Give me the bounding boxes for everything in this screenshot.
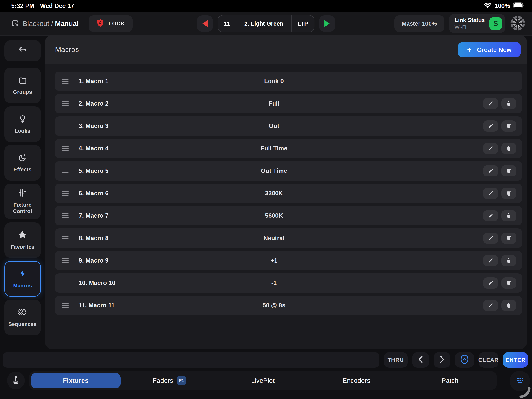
drag-handle-icon[interactable] (62, 79, 70, 83)
macro-value: Full (74, 100, 474, 107)
status-bar: 5:32 PM Wed Dec 17 100% (0, 0, 532, 12)
master-button[interactable]: Master 100% (394, 15, 444, 32)
collapse-keypad-button[interactable] (455, 352, 474, 368)
edit-button[interactable] (483, 98, 498, 109)
delete-button[interactable] (501, 165, 516, 177)
edit-button[interactable] (483, 255, 498, 266)
wifi-icon (484, 2, 492, 10)
sidebar-item-fixture-control[interactable]: Fixture Control (4, 184, 41, 219)
thru-button[interactable]: THRU (384, 352, 407, 368)
edit-button[interactable] (483, 188, 498, 199)
edit-button[interactable] (483, 300, 498, 311)
macro-row[interactable]: 6. Macro 6 3200K (55, 184, 522, 203)
joystick-button[interactable] (7, 372, 25, 389)
corner-handle-icon[interactable] (519, 387, 531, 399)
create-new-label: Create New (477, 46, 512, 53)
drag-handle-icon[interactable] (62, 236, 70, 241)
delete-button[interactable] (501, 98, 516, 109)
drag-handle-icon[interactable] (62, 101, 70, 106)
drag-handle-icon[interactable] (62, 258, 70, 263)
status-time: 5:32 PM (11, 2, 34, 9)
link-status-tile[interactable]: Link Status Wi-Fi S (449, 14, 505, 33)
link-status-title: Link Status (455, 17, 485, 23)
breadcrumb-page: Manual (55, 20, 79, 27)
tab-faders[interactable]: Faders P1 (123, 371, 216, 390)
edit-button[interactable] (483, 165, 498, 177)
edit-button[interactable] (483, 120, 498, 132)
drag-handle-icon[interactable] (62, 146, 70, 151)
sidebar-item-sequences[interactable]: Sequences (4, 300, 41, 335)
drag-handle-icon[interactable] (62, 213, 70, 218)
drag-handle-icon[interactable] (62, 124, 70, 128)
cue-mode[interactable]: LTP (292, 15, 314, 32)
keypad-icon (515, 376, 524, 386)
fixture-head-icon[interactable] (510, 15, 526, 32)
undo-icon (18, 46, 28, 56)
macro-row[interactable]: 5. Macro 5 Out Time (55, 161, 522, 181)
cue-display[interactable]: 11 2. Light Green LTP (218, 15, 314, 32)
cue-number[interactable]: 11 (218, 15, 236, 32)
drag-handle-icon[interactable] (62, 169, 70, 173)
tab-patch[interactable]: Patch (403, 371, 497, 390)
cue-prev-button[interactable] (197, 15, 213, 32)
delete-button[interactable] (501, 255, 516, 266)
drag-handle-icon[interactable] (62, 281, 70, 285)
cue-next-button[interactable] (319, 15, 335, 32)
chevron-right-icon (440, 356, 445, 364)
edit-button[interactable] (483, 277, 498, 289)
tab-fixtures[interactable]: Fixtures (29, 371, 123, 390)
next-button[interactable] (434, 352, 450, 368)
delete-button[interactable] (501, 277, 516, 289)
page-badge: P1 (177, 376, 186, 385)
clear-button[interactable]: CLEAR (479, 352, 498, 368)
create-new-button[interactable]: + Create New (458, 42, 521, 57)
cue-name[interactable]: 2. Light Green (236, 15, 292, 32)
delete-button[interactable] (501, 233, 516, 244)
macro-row[interactable]: 8. Macro 8 Neutral (55, 228, 522, 248)
sidebar-item-label: Macros (12, 283, 33, 289)
drag-handle-icon[interactable] (62, 303, 70, 308)
sidebar-item-label: Effects (12, 166, 33, 173)
tab-liveplot[interactable]: LivePlot (216, 371, 310, 390)
sidebar-item-effects[interactable]: Effects (4, 145, 41, 181)
delete-button[interactable] (501, 210, 516, 221)
delete-button[interactable] (501, 143, 516, 154)
delete-button[interactable] (501, 120, 516, 132)
bolt-icon (18, 269, 27, 279)
macro-row[interactable]: 10. Macro 10 -1 (55, 273, 522, 293)
sidebar-item-favorites[interactable]: Favorites (4, 222, 41, 258)
delete-button[interactable] (501, 300, 516, 311)
bottom-nav: Fixtures Faders P1 LivePlot Encoders Pat… (29, 371, 497, 390)
macro-row[interactable]: 4. Macro 4 Full Time (55, 139, 522, 158)
bottom-nav-tab-label: LivePlot (251, 377, 274, 384)
lock-button[interactable]: LOCK (89, 15, 133, 32)
chevron-left-icon (418, 356, 423, 364)
lock-label: LOCK (108, 20, 125, 27)
back-button[interactable] (4, 40, 41, 62)
prev-button[interactable] (412, 352, 429, 368)
macro-row[interactable]: 11. Macro 11 50 @ 8s (55, 296, 522, 315)
macro-value: 3200K (74, 190, 474, 197)
sidebar-item-macros[interactable]: Macros (4, 261, 41, 297)
macro-row[interactable]: 1. Macro 1 Look 0 (55, 71, 522, 91)
macro-row[interactable]: 3. Macro 3 Out (55, 116, 522, 136)
delete-button[interactable] (501, 188, 516, 199)
sidebar-item-groups[interactable]: Groups (4, 68, 41, 103)
sidebar-item-looks[interactable]: Looks (4, 106, 41, 142)
bottom-nav-tab-label: Faders (153, 377, 173, 384)
bottom-nav-tab-label: Encoders (342, 377, 370, 384)
edit-button[interactable] (483, 143, 498, 154)
blackout-logo-icon (11, 19, 19, 28)
sidebar-item-label: Looks (13, 128, 32, 134)
drag-handle-icon[interactable] (62, 191, 70, 196)
macro-row[interactable]: 2. Macro 2 Full (55, 94, 522, 113)
macro-row[interactable]: 7. Macro 7 5600K (55, 206, 522, 225)
command-input[interactable] (3, 352, 379, 368)
edit-button[interactable] (483, 210, 498, 221)
tab-encoders[interactable]: Encoders (310, 371, 403, 390)
macro-row[interactable]: 9. Macro 9 +1 (55, 251, 522, 270)
edit-button[interactable] (483, 233, 498, 244)
page-title: Macros (55, 46, 79, 54)
enter-button[interactable]: ENTER (503, 352, 528, 368)
macro-value: Full Time (74, 145, 474, 152)
